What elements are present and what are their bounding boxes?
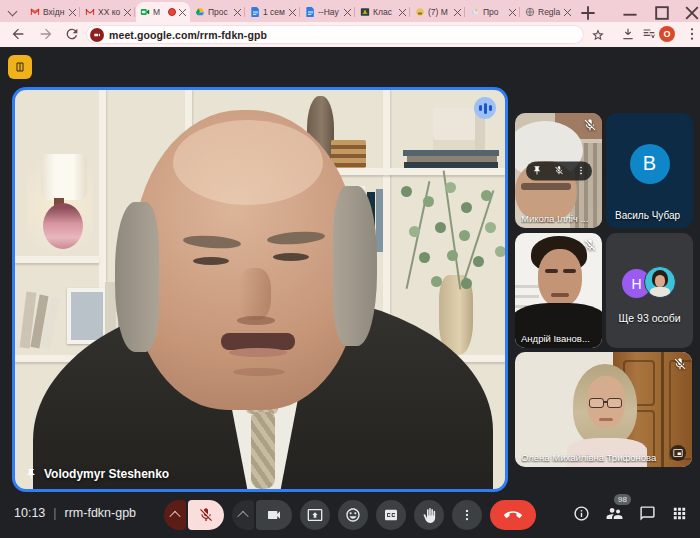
divider: | [53,506,56,520]
site-icon [415,7,425,17]
participant-name-label: Олена Михайлівна Трифонова [521,452,688,463]
tab-strip: Вхідн XX ко М Прос 1 сем --Нау [0,0,700,22]
mic-options-chevron[interactable] [164,500,186,530]
tab-label: М [153,7,165,17]
mic-off-icon [673,357,687,371]
people-panel-button[interactable]: 98 [605,504,624,523]
tab-close-icon[interactable] [509,9,516,16]
tab-close-icon[interactable] [399,9,406,16]
main-video-tile[interactable]: Volodymyr Steshenko [12,87,508,492]
tab-site-7[interactable]: (7) М [411,2,465,22]
tab-close-icon[interactable] [564,9,571,16]
meeting-panels: 98 [573,504,688,523]
browser-window: Вхідн XX ко М Прос 1 сем --Нау [0,0,700,538]
info-icon[interactable] [573,505,590,522]
bookshelf-background [15,90,505,489]
more-participants-tile[interactable]: Н Ще 93 особи [606,233,693,348]
participants-count-badge: 98 [614,494,631,505]
tab-site-9[interactable]: Regla [521,2,575,22]
tab-recording-indicator-icon [168,8,176,16]
globe-icon [525,7,535,17]
speaker-figure [15,90,505,489]
tab-label: Прос [208,7,231,17]
tab-close-icon[interactable] [69,9,76,16]
mic-control [164,500,224,530]
mic-off-icon[interactable] [554,166,564,176]
mic-off-icon [583,118,597,132]
camera-options-chevron[interactable] [232,500,254,530]
camera-toggle-button[interactable] [256,500,292,530]
camera-in-use-icon[interactable] [90,28,104,42]
forward-button[interactable] [38,26,54,42]
tab-search-chevron-icon[interactable] [8,7,18,17]
chat-icon[interactable] [639,505,656,522]
back-button[interactable] [10,26,26,42]
tab-close-icon[interactable] [234,9,241,16]
captions-button[interactable] [376,500,406,530]
browser-menu-icon[interactable] [684,26,700,42]
docs-icon [250,7,260,17]
tab-close-icon[interactable] [179,9,186,16]
people-icon [605,504,624,523]
participant-tile-olena[interactable]: Олена Михайлівна Трифонова [515,352,692,467]
tab-classroom[interactable]: Клас [356,2,410,22]
bookmark-star-icon[interactable] [590,26,606,42]
gmail-icon [85,7,95,17]
minimize-button[interactable] [622,6,638,22]
more-options-icon[interactable] [576,166,586,176]
tab-gmail-2[interactable]: XX ко [81,2,135,22]
tab-docs-2[interactable]: --Нау [301,2,355,22]
tab-meet-active[interactable]: М [136,2,190,22]
classroom-icon [360,7,370,17]
raise-hand-button[interactable] [414,500,444,530]
mic-off-icon [198,507,214,523]
pin-icon[interactable] [532,166,542,176]
mic-toggle-button[interactable] [188,500,224,530]
speaker-hair-left [115,202,159,352]
address-bar[interactable]: meet.google.com/rrm-fdkn-gpb [86,25,584,44]
tab-drive[interactable]: Прос [191,2,245,22]
reactions-button[interactable] [338,500,368,530]
tab-gmail-inbox[interactable]: Вхідн [26,2,80,22]
extension-icon[interactable] [641,26,657,42]
activities-grid-icon[interactable] [671,505,688,522]
tab-close-icon[interactable] [454,9,461,16]
camera-control [232,500,292,530]
site-icon [470,7,480,17]
videocam-icon [266,507,282,523]
pinned-name-chip: Volodymyr Steshenko [25,467,169,481]
close-window-button[interactable] [684,5,700,21]
tab-close-icon[interactable] [289,9,296,16]
tab-label: 1 сем [263,7,286,17]
download-icon[interactable] [620,26,636,42]
participant-tile-andrii[interactable]: Андрій Іванов... [515,233,602,348]
tab-label: Regla [538,7,561,17]
maximize-button[interactable] [654,5,670,21]
app-badge-icon[interactable] [8,55,32,79]
gmail-icon [30,7,40,17]
participant-tile-mykola[interactable]: Микола Ілліч ... [515,113,602,228]
tile-hover-controls [526,161,592,180]
call-controls [164,500,536,530]
speaker-hair-right [333,186,377,346]
new-tab-button[interactable] [580,5,596,21]
meet-bottom-bar: 10:13 | rrm-fdkn-gpb [0,492,700,538]
participant-tile-vasyl[interactable]: В Василь Чубар [606,113,693,228]
participant-name-label: Василь Чубар [615,210,689,221]
tab-close-icon[interactable] [344,9,351,16]
profile-avatar[interactable]: O [659,26,675,42]
docs-icon [305,7,315,17]
tab-docs-1[interactable]: 1 сем [246,2,300,22]
present-button[interactable] [300,500,330,530]
pinned-name-label: Volodymyr Steshenko [44,467,169,481]
tab-site-8[interactable]: Про [466,2,520,22]
tab-label: XX ко [98,7,121,17]
reload-button[interactable] [64,26,80,42]
speaking-indicator-icon [474,97,496,119]
browser-toolbar: meet.google.com/rrm-fdkn-gpb O [0,22,700,47]
tab-close-icon[interactable] [124,9,131,16]
tab-label: Вхідн [43,7,66,17]
more-options-button[interactable] [452,500,482,530]
participant-video [515,352,692,467]
end-call-button[interactable] [490,500,536,530]
